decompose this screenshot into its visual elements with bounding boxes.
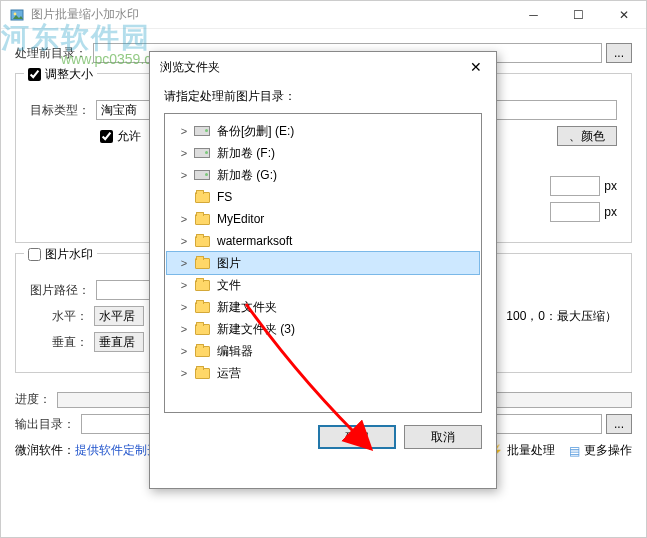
- px-unit-1: px: [604, 179, 617, 193]
- expand-icon[interactable]: >: [177, 323, 191, 335]
- color-button[interactable]: 、颜色: [557, 126, 617, 146]
- tree-item-label: 新建文件夹 (3): [217, 321, 295, 338]
- allow-checkbox[interactable]: [100, 130, 113, 143]
- window-controls: ─ ☐ ✕: [511, 1, 646, 29]
- list-icon: ▤: [569, 444, 580, 458]
- tree-item[interactable]: >运营: [167, 362, 479, 384]
- progress-label: 进度：: [15, 391, 51, 408]
- folder-icon: [193, 300, 211, 314]
- vert-label: 垂直：: [52, 334, 88, 351]
- folder-icon: [193, 256, 211, 270]
- tree-item-label: 图片: [217, 255, 241, 272]
- target-type-select[interactable]: [96, 100, 156, 120]
- target-type-label: 目标类型：: [30, 102, 90, 119]
- horiz-label: 水平：: [52, 308, 88, 325]
- tree-item[interactable]: >备份[勿删] (E:): [167, 120, 479, 142]
- cancel-button[interactable]: 取消: [404, 425, 482, 449]
- tree-item-label: 新加卷 (F:): [217, 145, 275, 162]
- src-label: 处理前目录：: [15, 45, 87, 62]
- minimize-button[interactable]: ─: [511, 1, 556, 29]
- more-button[interactable]: ▤ 更多操作: [569, 442, 632, 459]
- drive-icon: [193, 146, 211, 160]
- tree-item-label: 新加卷 (G:): [217, 167, 277, 184]
- dialog-title: 浏览文件夹: [160, 59, 466, 76]
- app-icon: [9, 7, 25, 23]
- tree-item[interactable]: >文件: [167, 274, 479, 296]
- folder-icon: [193, 322, 211, 336]
- browse-folder-dialog: 浏览文件夹 ✕ 请指定处理前图片目录： >备份[勿删] (E:)>新加卷 (F:…: [149, 51, 497, 489]
- title-bar: 图片批量缩小加水印 ─ ☐ ✕: [1, 1, 646, 29]
- vert-select[interactable]: [94, 332, 144, 352]
- quality-hint: 100，0：最大压缩）: [506, 308, 617, 325]
- tree-item-label: watermarksoft: [217, 234, 292, 248]
- px-unit-2: px: [604, 205, 617, 219]
- allow-label: 允许: [117, 128, 141, 145]
- tree-item[interactable]: >新建文件夹 (3): [167, 318, 479, 340]
- expand-icon[interactable]: >: [177, 345, 191, 357]
- close-button[interactable]: ✕: [601, 1, 646, 29]
- resize-group-title: 调整大小: [24, 66, 97, 83]
- expand-icon[interactable]: >: [177, 367, 191, 379]
- wm-checkbox[interactable]: [28, 248, 41, 261]
- tree-item[interactable]: >新建文件夹: [167, 296, 479, 318]
- folder-icon: [193, 190, 211, 204]
- ok-button[interactable]: 确定: [318, 425, 396, 449]
- folder-icon: [193, 212, 211, 226]
- folder-icon: [193, 344, 211, 358]
- weiruan-label: 微润软件：: [15, 442, 75, 459]
- expand-icon[interactable]: >: [177, 235, 191, 247]
- dialog-close-button[interactable]: ✕: [466, 57, 486, 77]
- drive-icon: [193, 124, 211, 138]
- tree-item-label: 新建文件夹: [217, 299, 277, 316]
- tree-item[interactable]: >新加卷 (G:): [167, 164, 479, 186]
- expand-icon[interactable]: >: [177, 213, 191, 225]
- folder-tree[interactable]: >备份[勿删] (E:)>新加卷 (F:)>新加卷 (G:)>FS>MyEdit…: [164, 113, 482, 413]
- expand-icon[interactable]: >: [177, 147, 191, 159]
- expand-icon[interactable]: >: [177, 169, 191, 181]
- wm-group-title: 图片水印: [24, 246, 97, 263]
- drive-icon: [193, 168, 211, 182]
- expand-icon[interactable]: >: [177, 125, 191, 137]
- tree-item-label: MyEditor: [217, 212, 264, 226]
- resize-checkbox[interactable]: [28, 68, 41, 81]
- tree-item-label: 运营: [217, 365, 241, 382]
- folder-icon: [193, 366, 211, 380]
- window-title: 图片批量缩小加水印: [31, 6, 511, 23]
- tree-item[interactable]: >FS: [167, 186, 479, 208]
- horiz-select[interactable]: [94, 306, 144, 326]
- maximize-button[interactable]: ☐: [556, 1, 601, 29]
- tree-item[interactable]: >图片: [167, 252, 479, 274]
- folder-icon: [193, 278, 211, 292]
- batch-button[interactable]: ⚡ 批量处理: [488, 442, 555, 459]
- src-browse-button[interactable]: ...: [606, 43, 632, 63]
- dialog-hint: 请指定处理前图片目录：: [164, 88, 482, 105]
- svg-point-1: [14, 12, 17, 15]
- expand-icon[interactable]: >: [177, 301, 191, 313]
- tree-item-label: 文件: [217, 277, 241, 294]
- folder-icon: [193, 234, 211, 248]
- height-input[interactable]: [550, 202, 600, 222]
- img-path-label: 图片路径：: [30, 282, 90, 299]
- output-browse-button[interactable]: ...: [606, 414, 632, 434]
- width-input[interactable]: [550, 176, 600, 196]
- tree-item-label: 备份[勿删] (E:): [217, 123, 294, 140]
- tree-item[interactable]: >MyEditor: [167, 208, 479, 230]
- tree-item-label: 编辑器: [217, 343, 253, 360]
- img-path-input[interactable]: [96, 280, 156, 300]
- tree-item-label: FS: [217, 190, 232, 204]
- main-window: 图片批量缩小加水印 ─ ☐ ✕ 河东软件园 www.pc0359.cn 处理前目…: [0, 0, 647, 538]
- expand-icon[interactable]: >: [177, 257, 191, 269]
- output-label: 输出目录：: [15, 416, 75, 433]
- dialog-header: 浏览文件夹 ✕: [150, 52, 496, 82]
- tree-item[interactable]: >编辑器: [167, 340, 479, 362]
- expand-icon[interactable]: >: [177, 279, 191, 291]
- tree-item[interactable]: >新加卷 (F:): [167, 142, 479, 164]
- tree-item[interactable]: >watermarksoft: [167, 230, 479, 252]
